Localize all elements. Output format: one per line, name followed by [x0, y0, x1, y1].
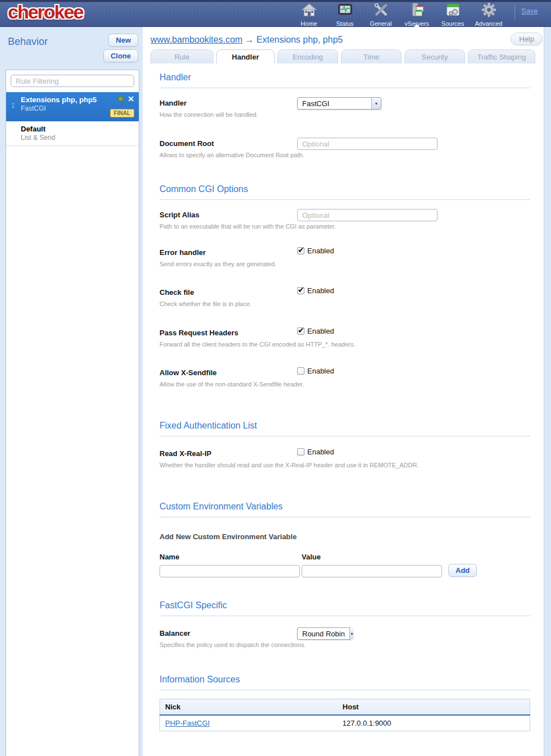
field-description: Allows to specify an alternative Documen… [160, 152, 530, 158]
behavior-sidebar: Behavior New Clone ↕ Extensions php, php… [0, 27, 143, 756]
nav-advanced-label: Advanced [475, 20, 503, 27]
field-balancer: Balancer Round Robin ▼ Specifies the pol… [160, 629, 530, 648]
tab-encoding[interactable]: Encoding [277, 49, 338, 63]
section-title-fixed-auth: Fixed Authentication List [160, 421, 530, 431]
env-name-input[interactable] [160, 565, 300, 577]
add-env-var-form: Name Value Add [160, 553, 530, 577]
nav-sources[interactable]: Sources [435, 2, 471, 27]
section-divider [160, 436, 530, 436]
rules-panel: ↕ Extensions php, php5 FastCGI ✕ FINAL D… [6, 70, 139, 756]
source-host: 127.0.0.1:9000 [338, 715, 530, 731]
field-label: Read X-Real-IP [160, 449, 530, 458]
nav-status[interactable]: Status [327, 2, 363, 27]
field-description: Whether the handler should read and use … [160, 462, 530, 468]
add-env-var-heading: Add New Custom Environment Variable [160, 532, 530, 541]
nav-sources-label: Sources [441, 20, 464, 27]
breadcrumb-vserver-link[interactable]: www.bambookites.com [151, 35, 243, 44]
rule-handler-type: List & Send [21, 134, 134, 142]
close-icon[interactable]: ✕ [127, 96, 134, 102]
document-root-input[interactable] [297, 138, 438, 150]
section-divider [160, 88, 530, 88]
nav-general[interactable]: General [363, 2, 399, 27]
field-description: Specifies the policy used to dispatch th… [160, 641, 530, 648]
env-value-label: Value [302, 553, 442, 561]
field-handler: Handler FastCGI ▼ How the connection wil… [160, 99, 530, 118]
column-header-nick: Nick [160, 699, 338, 716]
table-row: PHP-FastCGI 127.0.0.1:9000 [160, 715, 530, 731]
field-description: Allow the use of the non-standard X-Send… [160, 381, 530, 388]
script-alias-input[interactable] [297, 209, 438, 221]
field-label: Check file [160, 288, 530, 297]
save-link[interactable]: Save [521, 7, 538, 15]
vservers-icon [409, 2, 425, 20]
rule-item-default[interactable]: Default List & Send [6, 121, 139, 146]
section-divider [160, 690, 530, 690]
field-label: Pass Request Headers [160, 329, 530, 337]
section-title-common-cgi: Common CGI Options [160, 184, 530, 194]
home-icon [301, 2, 317, 20]
check-file-checkbox[interactable]: Enabled [297, 286, 334, 295]
balancer-select[interactable]: Round Robin ▼ [297, 627, 352, 640]
section-title-fastcgi-specific: FastCGI Specific [160, 600, 530, 611]
chevron-down-icon: ▼ [371, 98, 381, 109]
field-label: Allow X-Sendfile [160, 368, 530, 377]
status-dot-icon [118, 96, 124, 102]
sidebar-title: Behavior [8, 34, 48, 65]
error-handler-checkbox[interactable]: Enabled [297, 247, 334, 255]
help-button[interactable]: Help [511, 33, 543, 45]
tab-security[interactable]: Security [404, 49, 465, 63]
breadcrumb-arrow: → [245, 35, 254, 44]
field-description: How the connection will be handled. [160, 111, 530, 118]
section-divider [160, 517, 530, 517]
sources-icon [445, 2, 461, 20]
source-nick-link[interactable]: PHP-FastCGI [165, 719, 210, 727]
checkbox-icon[interactable] [297, 247, 304, 254]
cherokee-logo: cherokee [8, 1, 83, 23]
nav-separator [514, 6, 515, 21]
allow-x-sendfile-checkbox[interactable]: Enabled [297, 367, 334, 375]
chevron-down-icon: ▼ [349, 628, 354, 639]
field-description: Check whether the file is in place. [160, 300, 530, 307]
read-x-real-ip-checkbox[interactable]: Enabled [297, 448, 334, 456]
field-allow-x-sendfile: Allow X-Sendfile Enabled Allow the use o… [160, 368, 530, 388]
pass-request-headers-checkbox[interactable]: Enabled [297, 327, 334, 335]
nav-vservers[interactable]: vServers [399, 2, 435, 27]
field-pass-request-headers: Pass Request Headers Enabled Forward all… [160, 329, 530, 348]
tab-time[interactable]: Time [341, 49, 402, 63]
add-env-var-button[interactable]: Add [448, 564, 477, 577]
checkbox-icon[interactable] [297, 367, 304, 375]
field-script-alias: Script Alias Path to an executable that … [160, 211, 530, 230]
checkbox-icon[interactable] [297, 448, 304, 456]
field-description: Forward all the client headers to the CG… [160, 341, 530, 348]
env-name-label: Name [160, 553, 300, 561]
nav-general-label: General [370, 20, 391, 27]
drag-handle-icon[interactable]: ↕ [11, 100, 15, 110]
status-icon [337, 2, 353, 20]
checkbox-icon[interactable] [297, 287, 304, 294]
information-sources-table: Nick Host PHP-FastCGI 127.0.0.1:9000 [160, 699, 530, 731]
section-title-custom-env: Custom Environment Variables [160, 502, 530, 512]
final-badge: FINAL [110, 109, 134, 117]
env-value-input[interactable] [302, 565, 442, 577]
section-title-handler: Handler [160, 72, 530, 83]
field-description: Send errors exactly as they are generate… [160, 261, 530, 267]
checkbox-icon[interactable] [297, 327, 304, 335]
handler-select[interactable]: FastCGI ▼ [297, 97, 381, 110]
field-description: Path to an executable that will be run w… [160, 223, 530, 230]
nav-advanced[interactable]: Advanced [471, 2, 507, 27]
section-divider [160, 199, 530, 200]
top-navigation-bar: cherokee Home Status [0, 0, 551, 27]
page-right-gutter [544, 27, 551, 756]
active-section-caret [413, 24, 420, 28]
tab-handler[interactable]: Handler [216, 49, 275, 63]
rule-name: Default [21, 125, 134, 133]
rule-filter-input[interactable] [11, 75, 134, 87]
nav-home[interactable]: Home [291, 2, 327, 27]
new-rule-button[interactable]: New [108, 34, 138, 47]
main-content: www.bambookites.com → Extensions php, ph… [143, 27, 544, 756]
tab-rule[interactable]: Rule [151, 49, 213, 63]
field-error-handler: Error handler Enabled Send errors exactl… [160, 248, 530, 267]
rule-item-extensions-php[interactable]: ↕ Extensions php, php5 FastCGI ✕ FINAL [6, 92, 139, 121]
tab-traffic-shaping[interactable]: Traffic Shaping [468, 49, 535, 63]
clone-rule-button[interactable]: Clone [103, 49, 138, 62]
